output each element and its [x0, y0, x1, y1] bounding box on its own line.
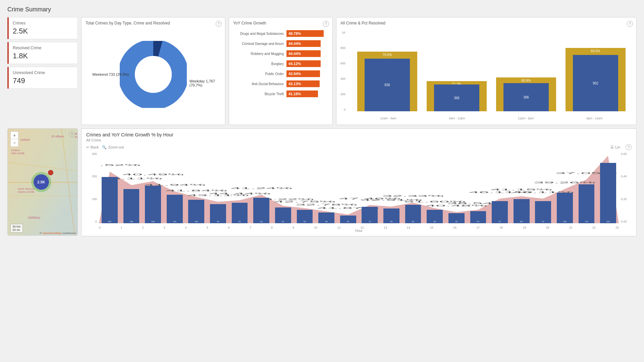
hourly-bar-17: 54 [470, 211, 486, 223]
hourly-bar-val-1: 149 [129, 221, 133, 223]
hourly-bar-val-7: 111 [260, 221, 263, 223]
donut-chart-card: Total Crimes by Day Type, Crime and Reso… [81, 17, 225, 125]
allcrime-ytick: 800 [340, 46, 345, 50]
bar-pct-0: 70.6% [382, 53, 392, 57]
map-zoom-in[interactable]: + [11, 132, 18, 139]
hourly-xaxis-label-7: 7 [250, 226, 251, 229]
bar-val-0: 836 [384, 83, 390, 87]
hourly-help-icon[interactable]: ? [626, 144, 632, 150]
allcrime-xlabel-2: 12pm - 6pm [518, 117, 534, 120]
hourly-bar-val-13: 65 [390, 221, 393, 223]
kpi-resolved-label: Resolved Crime [13, 46, 73, 50]
hourly-bar-val-3: 124 [173, 221, 176, 223]
yoy-pct-4: 43.94% [288, 72, 301, 76]
hourly-xaxis-label-15: 15 [430, 226, 433, 229]
donut-help-icon[interactable]: ? [216, 21, 222, 27]
yoy-category-6: Bicycle Theft [234, 92, 286, 96]
hourly-ytick-left: 200 [92, 175, 97, 178]
hourly-bar-val-23: 264 [606, 221, 610, 223]
allcrime-xlabel-1: 6am - 12pm [449, 117, 465, 120]
hourly-xaxis-label-10: 10 [314, 226, 317, 229]
hourly-bar-col-22: 170 [576, 152, 597, 223]
yoy-bar-6: 41.18% [286, 90, 318, 97]
bar-blue-2: 396 [503, 83, 548, 111]
map-zoom-out-btn[interactable]: − [11, 139, 18, 146]
bar-blue-1: 366 [434, 84, 479, 111]
hourly-xaxis-label-4: 4 [185, 226, 187, 229]
donut-hole [135, 56, 172, 93]
donut-label-left: Weekend 733 (29.3%) [92, 72, 129, 76]
yoy-bar-4: 43.94% [286, 70, 320, 77]
cluster-inner-circle: 2.5K [34, 174, 49, 190]
donut-svg [120, 41, 187, 108]
yoy-category-2: Robbery and Mugging [234, 52, 286, 56]
yoy-container: Drugs and Illegal Substances 48.78% Crim… [233, 27, 328, 97]
yoy-bar-3: 44.12% [286, 60, 321, 67]
map-label-oxford: Oxford [20, 138, 30, 141]
hourly-bar-val-22: 170 [585, 221, 588, 223]
yoy-help-icon[interactable]: ? [323, 21, 329, 27]
yoy-row-0: Drugs and Illegal Substances 48.78% [234, 30, 327, 37]
hourly-bar-val-9: 60 [304, 221, 306, 223]
back-arrow-icon: ↩ [86, 145, 89, 149]
kpi-resolved-value: 1.8K [13, 52, 73, 60]
hourly-lin-button[interactable]: ☰ Lin [610, 145, 620, 149]
map-label-chiltern: ChilternHills AONB [11, 149, 24, 155]
cluster-red-dot [48, 170, 53, 175]
map-scale-km: 30 km 20 mi [12, 225, 21, 232]
map-attribution: © OpenStreetMap contributors [40, 232, 76, 235]
hourly-xaxis-label-22: 22 [592, 226, 596, 229]
hourly-yaxis-right: 0.600.400.200.00 [620, 152, 632, 223]
hourly-bar-col-10: 48 [316, 152, 337, 223]
donut-container: Weekend 733 (29.3%) Weekday 1,767 (70.7%… [86, 27, 221, 121]
hourly-back-button[interactable]: ↩ Back [86, 145, 99, 149]
hourly-bar-val-14: 81 [412, 221, 414, 223]
hourly-bar-10: 48 [318, 213, 334, 223]
donut-chart-title: Total Crimes by Day Type, Crime and Reso… [86, 21, 221, 25]
yoy-row-3: Burglary 44.12% [234, 60, 327, 67]
bar-yellow-2: 68.9% 396 [496, 77, 556, 111]
map-cluster[interactable]: 2.5K [31, 172, 51, 192]
hourly-bar-col-20: 97 [533, 152, 554, 223]
yoy-bar-wrap-6: 41.18% [286, 90, 327, 97]
kpi-crimes[interactable]: Crimes 2.5K [7, 17, 78, 39]
kpi-crimes-label: Crimes [13, 21, 73, 25]
list-icon: ☰ [610, 145, 614, 149]
hourly-xaxis-label-0: 0 [99, 226, 101, 229]
bar-yellow-0: 70.6% 836 [357, 52, 417, 112]
map-label-salisbury: Salisbury [28, 216, 40, 219]
allcrime-yaxis: 1K8006004002000 [340, 31, 347, 111]
allcrime-card: All Crime & Pct Resolved ? 1K80060040020… [336, 17, 637, 125]
hourly-xaxis-label-1: 1 [120, 226, 122, 229]
bar-blue-3: 902 [573, 55, 618, 111]
hourly-xaxis-label-14: 14 [407, 226, 410, 229]
hourly-bar-col-21: 135 [554, 152, 576, 223]
hourly-yaxis-left: 3002001000 [86, 152, 98, 223]
hourly-bar-13: 65 [383, 208, 399, 223]
hourly-bar-23: 264 [600, 163, 616, 223]
allcrime-ytick: 600 [340, 62, 345, 65]
bar-pct-2: 68.9% [521, 79, 531, 82]
hourly-bar-19: 107 [514, 199, 530, 223]
hourly-ytick-right: 0.60 [621, 152, 627, 156]
yoy-chart-title: YoY Crime Growth [233, 21, 328, 25]
kpi-resolved[interactable]: Resolved Crime 1.8K [7, 42, 78, 64]
map-help-icon[interactable]: ? [69, 131, 75, 137]
openstreetmap-link[interactable]: OpenStreetMap [42, 232, 61, 235]
allcrime-help-icon[interactable]: ? [627, 21, 633, 27]
allcrime-bar-group-0: 70.6% 836 [354, 31, 421, 111]
yoy-row-4: Public Order 43.94% [234, 70, 327, 77]
hourly-bar-0: 202 [102, 177, 118, 223]
hourly-ytick-right: 0.20 [621, 197, 627, 201]
hourly-ytick-left: 100 [92, 197, 97, 201]
kpi-unresolved[interactable]: Unresolved Crime 749 [7, 67, 78, 89]
hourly-bar-15: 60 [427, 210, 443, 223]
allcrime-container: 1K8006004002000 70.6% 836 71.3% 366 68.9… [340, 27, 632, 121]
allcrime-xlabel-3: 6pm - 12am [586, 117, 602, 120]
hourly-zoomout-button[interactable]: 🔍 Zoom-out [102, 145, 124, 149]
hourly-bar-val-10: 48 [325, 221, 328, 223]
yoy-bar-wrap-2: 44.44% [286, 50, 327, 57]
map-card: Oxford St Albans Milton Keynes Chelmsfor… [7, 128, 78, 236]
hourly-title: Crimes and YoY Crime Growth % by Hour [86, 132, 632, 137]
yoy-category-0: Drugs and Illegal Substances [234, 32, 286, 36]
